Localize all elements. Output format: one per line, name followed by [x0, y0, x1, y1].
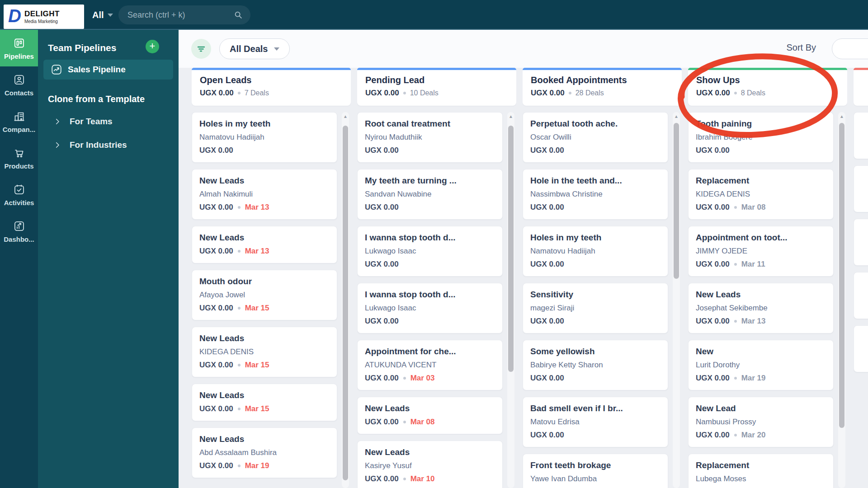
sidebar-item-sales-pipeline[interactable]: Sales Pipeline [43, 60, 173, 80]
deal-close-date: Mar 15 [245, 304, 269, 313]
sort-by-dropdown[interactable] [832, 38, 868, 59]
rail-item-label: Pipelines [4, 52, 34, 60]
products-icon [13, 147, 25, 159]
deal-card[interactable] [854, 165, 868, 212]
deal-close-date: Mar 19 [245, 461, 269, 470]
deal-card[interactable]: Appointment on toot...JIMMY OJEDEUGX 0.0… [688, 226, 834, 277]
deal-card[interactable]: ReplacementLubega MosesUGX 0.00Apr 06 [688, 454, 834, 488]
scroll-up-arrow-icon[interactable]: ▲ [673, 114, 680, 119]
deal-card[interactable]: Holes in my teethNamatovu HadiijahUGX 0.… [192, 112, 337, 163]
deal-title: New Leads [199, 333, 330, 343]
search-scope-dropdown[interactable]: All [92, 0, 113, 30]
filter-button[interactable] [191, 39, 211, 59]
deal-card[interactable]: New LeadNambuusi ProssyUGX 0.00Mar 20 [688, 397, 834, 447]
column-scrollbar[interactable]: ▲ [673, 112, 680, 488]
deal-card[interactable]: Some yellowishBabirye Ketty SharonUGX 0.… [523, 340, 668, 390]
deal-card[interactable]: Appointment for che...ATUKUNDA VICENTUGX… [357, 340, 503, 390]
scroll-up-arrow-icon[interactable]: ▲ [342, 114, 349, 119]
global-search-input[interactable]: Search (ctrl + k) [118, 5, 250, 24]
deal-value: UGX 0.00 [365, 418, 399, 427]
template-group-for-industries[interactable]: For Industries [53, 140, 127, 150]
deal-contact: Babirye Ketty Sharon [530, 361, 660, 370]
deal-contact: Sandvan Nuwabine [365, 190, 495, 199]
deal-contact: Nassimbwa Christine [530, 190, 660, 199]
deal-card[interactable] [854, 219, 868, 266]
deal-card[interactable]: My teeth are turning ...Sandvan Nuwabine… [357, 169, 503, 220]
deal-card[interactable]: Holes in my teethNamatovu HadiijahUGX 0.… [523, 226, 668, 277]
deal-card[interactable]: New LeadsKasirye YusufUGX 0.00Mar 10 [357, 441, 503, 488]
companies-icon [13, 110, 25, 122]
deal-card[interactable]: I wanna stop tooth d...Lukwago IsaacUGX … [357, 283, 503, 333]
column-title: Booked Appointments [531, 75, 674, 85]
deal-title: New Leads [696, 290, 826, 300]
search-scope-label: All [92, 10, 104, 20]
deal-card[interactable] [854, 325, 868, 372]
deal-value: UGX 0.00 [365, 474, 399, 483]
deal-card[interactable]: I wanna stop tooth d...Lukwago IsaacUGX … [357, 226, 503, 277]
scrollbar-thumb[interactable] [839, 123, 844, 428]
brand-subtitle: Media Marketing [24, 19, 60, 24]
deal-view-label: All Deals [230, 44, 268, 54]
deal-title: New Leads [199, 233, 330, 243]
rail-item-pipelines[interactable]: Pipelines [0, 30, 38, 66]
deal-card[interactable]: New LeadsAbd Assalaam BushiraUGX 0.00Mar… [192, 427, 337, 478]
deal-card[interactable]: Root canal treatmentNyirou MaduthiikUGX … [357, 112, 503, 163]
deal-close-date: Mar 11 [741, 260, 765, 269]
pipelines-panel: Team Pipelines + Sales Pipeline Clone fr… [38, 30, 179, 488]
scroll-up-arrow-icon[interactable]: ▲ [838, 114, 845, 119]
deal-card[interactable] [854, 272, 868, 319]
template-group-for-teams[interactable]: For Teams [53, 117, 113, 127]
deal-close-date: Mar 13 [245, 203, 269, 212]
rail-item-label: Activities [4, 199, 34, 206]
rail-item-compan[interactable]: Compan... [0, 103, 38, 140]
deal-card[interactable]: Hole in the teeth and...Nassimbwa Christ… [523, 169, 668, 220]
deal-view-dropdown[interactable]: All Deals [219, 38, 290, 59]
scrollbar-thumb[interactable] [343, 126, 348, 480]
deal-card[interactable]: Perpetual tooth ache.Oscar OwilliUGX 0.0… [523, 112, 668, 163]
deal-title: New Leads [199, 434, 330, 444]
deal-contact: Lukwago Isaac [365, 247, 495, 256]
separator-dot [569, 92, 571, 94]
deal-title: New Leads [199, 390, 330, 400]
column-scrollbar[interactable]: ▲ [342, 112, 349, 488]
deal-card[interactable]: New LeadsAlmah NakimuliUGX 0.00Mar 13 [192, 169, 337, 220]
deal-value: UGX 0.00 [530, 146, 564, 155]
column-accent-bar [854, 68, 868, 70]
deal-card[interactable] [854, 112, 868, 159]
deal-card[interactable]: ReplacementKIDEGA DENISUGX 0.00Mar 08 [688, 169, 834, 220]
deal-title: Root canal treatment [365, 119, 495, 129]
dashboards-icon [13, 220, 25, 232]
deal-contact: KIDEGA DENIS [199, 347, 330, 357]
add-pipeline-button[interactable]: + [146, 40, 159, 53]
deal-card[interactable]: Sensitivitymagezi SirajiUGX 0.00 [523, 283, 668, 333]
deal-value: UGX 0.00 [199, 247, 233, 256]
rail-item-products[interactable]: Products [0, 140, 38, 176]
column-deal-count: 28 Deals [576, 89, 604, 97]
column-scrollbar[interactable]: ▲ [507, 112, 514, 488]
deal-card[interactable]: New LeadsKIDEGA DENISUGX 0.00Mar 15 [192, 327, 337, 377]
rail-item-contacts[interactable]: Contacts [0, 66, 38, 103]
scrollbar-thumb[interactable] [674, 123, 679, 279]
deal-card[interactable]: Tooth painingIbrahim BoogereUGX 0.00 [688, 112, 834, 163]
deal-card[interactable]: New LeadsUGX 0.00Mar 13 [192, 226, 337, 263]
rail-item-activities[interactable]: Activities [0, 176, 38, 213]
deal-close-date: Mar 08 [741, 203, 766, 212]
column-scrollbar[interactable]: ▲ [838, 112, 845, 488]
column-header: Show UpsUGX 0.008 Deals [688, 68, 847, 106]
deal-card[interactable]: New LeadsUGX 0.00Mar 08 [357, 397, 503, 434]
scrollbar-thumb[interactable] [508, 126, 514, 372]
chevron-right-icon [53, 117, 61, 126]
deal-card[interactable]: Bad smell even if I br...Matovu EdrisaUG… [523, 397, 668, 447]
column-accent-bar [688, 68, 847, 70]
deal-close-date: Mar 13 [245, 247, 269, 256]
deal-close-date: Mar 15 [245, 404, 269, 413]
rail-item-dashbo[interactable]: Dashbo... [0, 213, 38, 249]
scroll-up-arrow-icon[interactable]: ▲ [507, 114, 514, 119]
deal-card[interactable]: Front teeth brokageYawe Ivan DdumbaUGX 0… [523, 454, 668, 488]
board-column-show-ups: Show UpsUGX 0.008 DealsTooth painingIbra… [688, 68, 847, 488]
deal-card[interactable]: Mouth odourAfayoa JowelUGX 0.00Mar 15 [192, 270, 337, 320]
deal-contact: magezi Siraji [530, 304, 660, 313]
deal-card[interactable]: NewLurit DorothyUGX 0.00Mar 19 [688, 340, 834, 390]
deal-card[interactable]: New LeadsUGX 0.00Mar 15 [192, 384, 337, 421]
deal-card[interactable]: New LeadsJosephat SekibembeUGX 0.00Mar 1… [688, 283, 834, 333]
